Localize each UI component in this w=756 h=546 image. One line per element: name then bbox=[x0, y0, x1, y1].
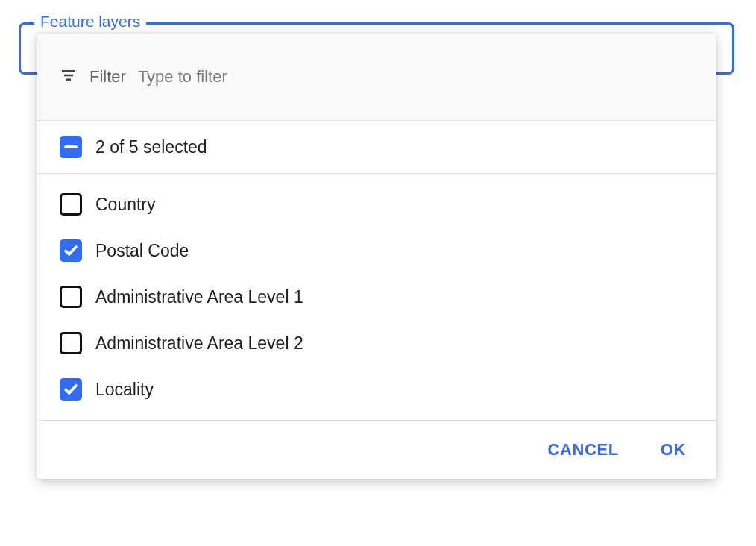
field-legend: Feature layers bbox=[34, 13, 146, 31]
checkbox-checked-icon bbox=[60, 239, 82, 262]
option-label: Administrative Area Level 2 bbox=[95, 333, 303, 354]
filter-input[interactable] bbox=[138, 67, 693, 87]
option-label: Postal Code bbox=[95, 241, 189, 261]
cancel-button[interactable]: CANCEL bbox=[548, 440, 619, 459]
checkbox-unchecked-icon bbox=[60, 286, 82, 308]
filter-label: Filter bbox=[89, 67, 126, 87]
checkbox-unchecked-icon bbox=[60, 193, 82, 216]
option-row[interactable]: Postal Code bbox=[37, 228, 716, 274]
checkbox-indeterminate-icon bbox=[60, 136, 82, 158]
option-label: Locality bbox=[95, 380, 154, 400]
feature-layers-dropdown: Filter 2 of 5 selected CountryPostal Cod… bbox=[37, 34, 716, 479]
option-row[interactable]: Locality bbox=[37, 366, 716, 412]
selection-summary: 2 of 5 selected bbox=[95, 137, 207, 157]
option-row[interactable]: Administrative Area Level 1 bbox=[37, 274, 716, 320]
option-label: Administrative Area Level 1 bbox=[95, 287, 303, 307]
checkbox-unchecked-icon bbox=[60, 332, 82, 354]
checkbox-checked-icon bbox=[60, 378, 82, 401]
svg-rect-0 bbox=[62, 70, 75, 72]
select-all-row[interactable]: 2 of 5 selected bbox=[37, 121, 716, 174]
actions-row: CANCEL OK bbox=[37, 421, 716, 479]
option-label: Country bbox=[95, 195, 156, 215]
options-list: CountryPostal CodeAdministrative Area Le… bbox=[37, 174, 716, 421]
option-row[interactable]: Country bbox=[37, 181, 716, 228]
filter-icon bbox=[60, 66, 78, 87]
ok-button[interactable]: OK bbox=[661, 440, 686, 459]
svg-rect-2 bbox=[66, 78, 71, 81]
svg-rect-1 bbox=[64, 75, 73, 77]
filter-bar: Filter bbox=[37, 34, 716, 121]
option-row[interactable]: Administrative Area Level 2 bbox=[37, 320, 716, 366]
